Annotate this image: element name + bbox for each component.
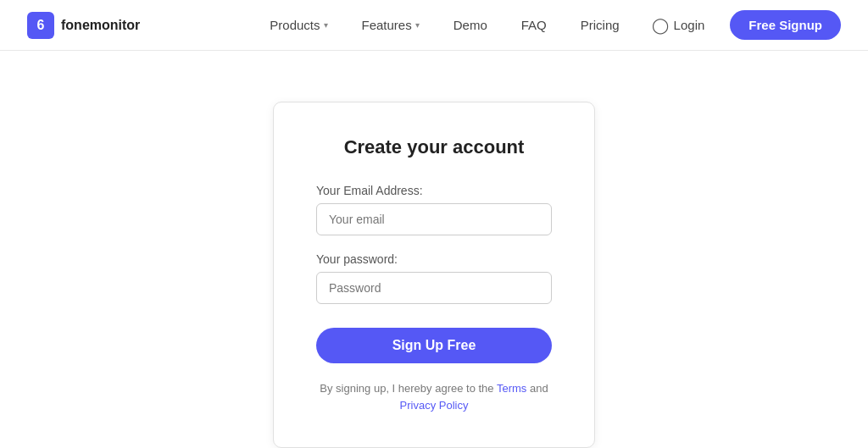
logo[interactable]: 6 fonemonitor <box>27 12 140 39</box>
password-group: Your password: <box>316 252 552 304</box>
logo-text: fonemonitor <box>61 18 140 33</box>
email-label: Your Email Address: <box>316 184 552 197</box>
terms-link[interactable]: Terms <box>497 382 526 395</box>
chevron-down-icon: ▾ <box>415 20 420 30</box>
chevron-down-icon: ▾ <box>324 20 328 30</box>
email-group: Your Email Address: <box>316 184 552 235</box>
nav-item-pricing[interactable]: Pricing <box>567 11 633 39</box>
person-icon: ◯ <box>652 16 669 35</box>
terms-text: By signing up, I hereby agree to the Ter… <box>316 380 552 413</box>
password-input[interactable] <box>316 272 552 304</box>
main-content: Create your account Your Email Address: … <box>0 51 868 448</box>
nav-item-features[interactable]: Features ▾ <box>348 11 433 39</box>
login-button[interactable]: ◯ Login <box>640 9 717 41</box>
nav-item-products[interactable]: Products ▾ <box>256 11 341 39</box>
main-nav: Products ▾ Features ▾ Demo FAQ Pricing ◯… <box>256 9 841 41</box>
email-input[interactable] <box>316 203 552 235</box>
logo-icon: 6 <box>27 12 54 39</box>
privacy-policy-link[interactable]: Privacy Policy <box>400 399 469 412</box>
signup-card: Create your account Your Email Address: … <box>273 102 595 448</box>
free-signup-button[interactable]: Free Signup <box>730 10 841 40</box>
site-header: 6 fonemonitor Products ▾ Features ▾ Demo… <box>0 0 868 51</box>
password-label: Your password: <box>316 252 552 266</box>
nav-item-faq[interactable]: FAQ <box>508 11 560 39</box>
submit-button[interactable]: Sign Up Free <box>316 328 552 363</box>
nav-item-demo[interactable]: Demo <box>440 11 501 39</box>
form-title: Create your account <box>316 136 552 158</box>
